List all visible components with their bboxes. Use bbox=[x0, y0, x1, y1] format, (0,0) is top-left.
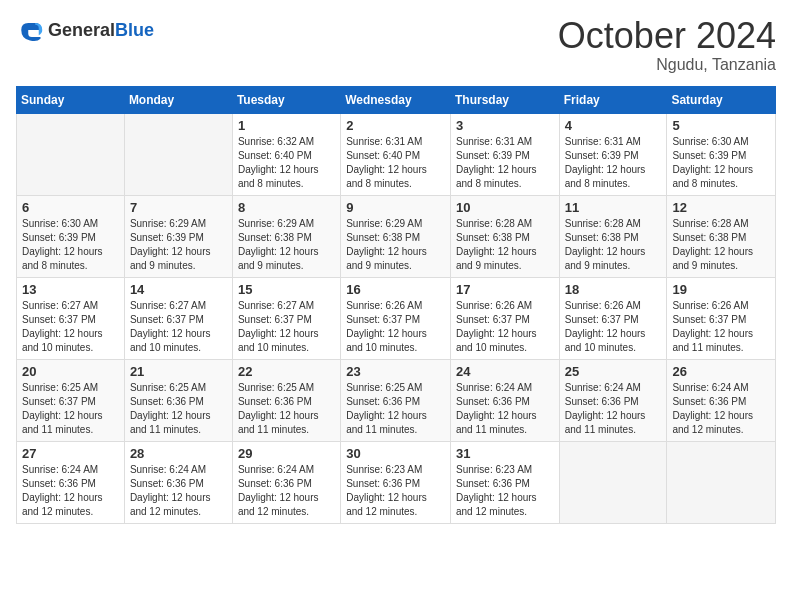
day-info: Sunrise: 6:24 AMSunset: 6:36 PMDaylight:… bbox=[130, 463, 227, 519]
day-info: Sunrise: 6:25 AMSunset: 6:36 PMDaylight:… bbox=[346, 381, 445, 437]
day-number: 21 bbox=[130, 364, 227, 379]
logo: GeneralBlue bbox=[16, 16, 154, 44]
day-info: Sunrise: 6:26 AMSunset: 6:37 PMDaylight:… bbox=[672, 299, 770, 355]
calendar-day-cell bbox=[559, 441, 667, 523]
location-title: Ngudu, Tanzania bbox=[558, 56, 776, 74]
day-info: Sunrise: 6:26 AMSunset: 6:37 PMDaylight:… bbox=[456, 299, 554, 355]
calendar-day-cell: 31Sunrise: 6:23 AMSunset: 6:36 PMDayligh… bbox=[450, 441, 559, 523]
calendar-header-row: SundayMondayTuesdayWednesdayThursdayFrid… bbox=[17, 86, 776, 113]
day-number: 24 bbox=[456, 364, 554, 379]
calendar-week-row: 27Sunrise: 6:24 AMSunset: 6:36 PMDayligh… bbox=[17, 441, 776, 523]
calendar-day-cell: 14Sunrise: 6:27 AMSunset: 6:37 PMDayligh… bbox=[124, 277, 232, 359]
day-info: Sunrise: 6:26 AMSunset: 6:37 PMDaylight:… bbox=[346, 299, 445, 355]
day-number: 30 bbox=[346, 446, 445, 461]
day-info: Sunrise: 6:26 AMSunset: 6:37 PMDaylight:… bbox=[565, 299, 662, 355]
day-number: 27 bbox=[22, 446, 119, 461]
day-number: 9 bbox=[346, 200, 445, 215]
day-info: Sunrise: 6:31 AMSunset: 6:40 PMDaylight:… bbox=[346, 135, 445, 191]
day-info: Sunrise: 6:28 AMSunset: 6:38 PMDaylight:… bbox=[565, 217, 662, 273]
day-info: Sunrise: 6:27 AMSunset: 6:37 PMDaylight:… bbox=[238, 299, 335, 355]
logo-icon bbox=[16, 16, 44, 44]
calendar-day-cell: 3Sunrise: 6:31 AMSunset: 6:39 PMDaylight… bbox=[450, 113, 559, 195]
calendar-day-cell: 6Sunrise: 6:30 AMSunset: 6:39 PMDaylight… bbox=[17, 195, 125, 277]
calendar-day-cell: 4Sunrise: 6:31 AMSunset: 6:39 PMDaylight… bbox=[559, 113, 667, 195]
day-number: 14 bbox=[130, 282, 227, 297]
calendar-week-row: 1Sunrise: 6:32 AMSunset: 6:40 PMDaylight… bbox=[17, 113, 776, 195]
calendar-day-cell bbox=[667, 441, 776, 523]
day-number: 26 bbox=[672, 364, 770, 379]
day-info: Sunrise: 6:23 AMSunset: 6:36 PMDaylight:… bbox=[456, 463, 554, 519]
logo-general: General bbox=[48, 20, 115, 40]
day-number: 28 bbox=[130, 446, 227, 461]
day-info: Sunrise: 6:30 AMSunset: 6:39 PMDaylight:… bbox=[672, 135, 770, 191]
day-info: Sunrise: 6:23 AMSunset: 6:36 PMDaylight:… bbox=[346, 463, 445, 519]
calendar-day-cell: 18Sunrise: 6:26 AMSunset: 6:37 PMDayligh… bbox=[559, 277, 667, 359]
calendar-day-cell: 8Sunrise: 6:29 AMSunset: 6:38 PMDaylight… bbox=[232, 195, 340, 277]
day-info: Sunrise: 6:30 AMSunset: 6:39 PMDaylight:… bbox=[22, 217, 119, 273]
calendar-day-cell: 5Sunrise: 6:30 AMSunset: 6:39 PMDaylight… bbox=[667, 113, 776, 195]
weekday-header: Thursday bbox=[450, 86, 559, 113]
calendar-day-cell: 2Sunrise: 6:31 AMSunset: 6:40 PMDaylight… bbox=[341, 113, 451, 195]
calendar-day-cell: 27Sunrise: 6:24 AMSunset: 6:36 PMDayligh… bbox=[17, 441, 125, 523]
weekday-header: Wednesday bbox=[341, 86, 451, 113]
day-info: Sunrise: 6:25 AMSunset: 6:37 PMDaylight:… bbox=[22, 381, 119, 437]
day-info: Sunrise: 6:24 AMSunset: 6:36 PMDaylight:… bbox=[22, 463, 119, 519]
weekday-header: Friday bbox=[559, 86, 667, 113]
calendar-day-cell: 19Sunrise: 6:26 AMSunset: 6:37 PMDayligh… bbox=[667, 277, 776, 359]
day-number: 22 bbox=[238, 364, 335, 379]
day-number: 13 bbox=[22, 282, 119, 297]
day-number: 1 bbox=[238, 118, 335, 133]
day-number: 19 bbox=[672, 282, 770, 297]
day-info: Sunrise: 6:24 AMSunset: 6:36 PMDaylight:… bbox=[565, 381, 662, 437]
day-info: Sunrise: 6:24 AMSunset: 6:36 PMDaylight:… bbox=[672, 381, 770, 437]
calendar-day-cell: 16Sunrise: 6:26 AMSunset: 6:37 PMDayligh… bbox=[341, 277, 451, 359]
calendar-day-cell: 25Sunrise: 6:24 AMSunset: 6:36 PMDayligh… bbox=[559, 359, 667, 441]
calendar-day-cell bbox=[124, 113, 232, 195]
day-number: 29 bbox=[238, 446, 335, 461]
calendar-day-cell: 24Sunrise: 6:24 AMSunset: 6:36 PMDayligh… bbox=[450, 359, 559, 441]
day-info: Sunrise: 6:29 AMSunset: 6:38 PMDaylight:… bbox=[346, 217, 445, 273]
day-number: 3 bbox=[456, 118, 554, 133]
calendar-week-row: 20Sunrise: 6:25 AMSunset: 6:37 PMDayligh… bbox=[17, 359, 776, 441]
calendar-table: SundayMondayTuesdayWednesdayThursdayFrid… bbox=[16, 86, 776, 524]
day-number: 23 bbox=[346, 364, 445, 379]
day-number: 10 bbox=[456, 200, 554, 215]
weekday-header: Saturday bbox=[667, 86, 776, 113]
calendar-day-cell: 13Sunrise: 6:27 AMSunset: 6:37 PMDayligh… bbox=[17, 277, 125, 359]
day-info: Sunrise: 6:31 AMSunset: 6:39 PMDaylight:… bbox=[456, 135, 554, 191]
day-number: 18 bbox=[565, 282, 662, 297]
day-number: 11 bbox=[565, 200, 662, 215]
calendar-day-cell: 11Sunrise: 6:28 AMSunset: 6:38 PMDayligh… bbox=[559, 195, 667, 277]
day-number: 25 bbox=[565, 364, 662, 379]
weekday-header: Tuesday bbox=[232, 86, 340, 113]
calendar-day-cell: 15Sunrise: 6:27 AMSunset: 6:37 PMDayligh… bbox=[232, 277, 340, 359]
day-info: Sunrise: 6:25 AMSunset: 6:36 PMDaylight:… bbox=[130, 381, 227, 437]
day-info: Sunrise: 6:25 AMSunset: 6:36 PMDaylight:… bbox=[238, 381, 335, 437]
day-info: Sunrise: 6:27 AMSunset: 6:37 PMDaylight:… bbox=[130, 299, 227, 355]
logo-text: GeneralBlue bbox=[48, 20, 154, 41]
day-number: 15 bbox=[238, 282, 335, 297]
day-number: 20 bbox=[22, 364, 119, 379]
day-info: Sunrise: 6:28 AMSunset: 6:38 PMDaylight:… bbox=[672, 217, 770, 273]
weekday-header: Monday bbox=[124, 86, 232, 113]
day-info: Sunrise: 6:31 AMSunset: 6:39 PMDaylight:… bbox=[565, 135, 662, 191]
calendar-day-cell: 1Sunrise: 6:32 AMSunset: 6:40 PMDaylight… bbox=[232, 113, 340, 195]
day-info: Sunrise: 6:27 AMSunset: 6:37 PMDaylight:… bbox=[22, 299, 119, 355]
calendar-day-cell: 26Sunrise: 6:24 AMSunset: 6:36 PMDayligh… bbox=[667, 359, 776, 441]
month-title: October 2024 bbox=[558, 16, 776, 56]
day-number: 2 bbox=[346, 118, 445, 133]
calendar-day-cell: 7Sunrise: 6:29 AMSunset: 6:39 PMDaylight… bbox=[124, 195, 232, 277]
day-info: Sunrise: 6:29 AMSunset: 6:38 PMDaylight:… bbox=[238, 217, 335, 273]
day-number: 12 bbox=[672, 200, 770, 215]
calendar-day-cell: 22Sunrise: 6:25 AMSunset: 6:36 PMDayligh… bbox=[232, 359, 340, 441]
calendar-day-cell: 29Sunrise: 6:24 AMSunset: 6:36 PMDayligh… bbox=[232, 441, 340, 523]
page-header: GeneralBlue October 2024 Ngudu, Tanzania bbox=[16, 16, 776, 74]
day-info: Sunrise: 6:29 AMSunset: 6:39 PMDaylight:… bbox=[130, 217, 227, 273]
calendar-day-cell: 20Sunrise: 6:25 AMSunset: 6:37 PMDayligh… bbox=[17, 359, 125, 441]
logo-blue: Blue bbox=[115, 20, 154, 40]
calendar-week-row: 13Sunrise: 6:27 AMSunset: 6:37 PMDayligh… bbox=[17, 277, 776, 359]
title-block: October 2024 Ngudu, Tanzania bbox=[558, 16, 776, 74]
calendar-day-cell: 10Sunrise: 6:28 AMSunset: 6:38 PMDayligh… bbox=[450, 195, 559, 277]
day-number: 7 bbox=[130, 200, 227, 215]
calendar-day-cell: 21Sunrise: 6:25 AMSunset: 6:36 PMDayligh… bbox=[124, 359, 232, 441]
